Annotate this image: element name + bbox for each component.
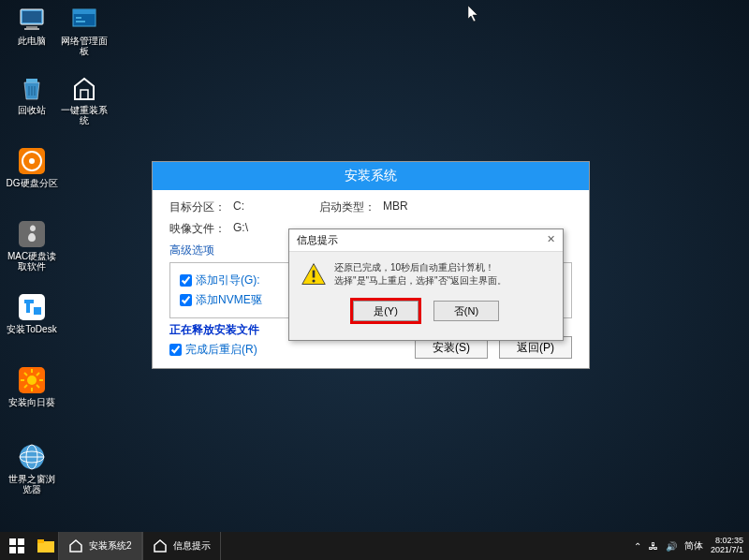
desktop-icon-label: 此电脑: [6, 36, 58, 46]
browser-icon: [17, 442, 47, 472]
desktop-icon-todesk[interactable]: 安装ToDesk: [6, 292, 58, 334]
dialog-message: 还原已完成，10秒后自动重启计算机！ 选择"是"马上重启，选择"否"返回主界面。: [334, 261, 507, 287]
svg-rect-3: [24, 28, 39, 30]
desktop-icon-network-panel[interactable]: 网络管理面板: [58, 4, 110, 56]
boot-type-value: MBR: [383, 199, 408, 215]
desktop-icon-browser[interactable]: 世界之窗浏览器: [6, 442, 58, 494]
tray-chevron-icon[interactable]: ⌃: [634, 541, 641, 552]
svg-rect-5: [73, 9, 95, 14]
dialog-titlebar[interactable]: 信息提示 ✕: [289, 229, 563, 252]
dialog-close-button[interactable]: ✕: [547, 233, 555, 247]
desktop-icon-label: 一键重装系统: [58, 105, 110, 125]
dialog-no-button[interactable]: 否(N): [433, 301, 499, 321]
taskbar-explorer-icon[interactable]: [34, 532, 58, 560]
dg-icon: [17, 146, 47, 176]
sunflower-icon: [17, 365, 47, 395]
tray-date: 2021/7/1: [711, 546, 743, 555]
mouse-cursor: [468, 6, 479, 22]
add-nvme-checkbox[interactable]: [180, 294, 192, 306]
desktop-icon-this-pc[interactable]: 此电脑: [6, 4, 58, 46]
tray-ime-label[interactable]: 简体: [684, 539, 703, 553]
panel-icon: [69, 4, 99, 34]
add-nvme-label: 添加NVME驱: [196, 292, 262, 308]
installer-titlebar[interactable]: 安装系统: [153, 162, 589, 190]
add-boot-label: 添加引导(G):: [196, 273, 260, 288]
desktop-icon-recycle-bin[interactable]: 回收站: [6, 73, 58, 115]
desktop-icon-label: 世界之窗浏览器: [6, 474, 58, 494]
warning-icon: [301, 261, 327, 287]
dialog-yes-button[interactable]: 是(Y): [353, 301, 419, 321]
desktop-icon-mac-disk[interactable]: MAC硬盘读取软件: [6, 219, 58, 272]
svg-point-31: [312, 279, 315, 282]
restart-after-checkbox[interactable]: [169, 344, 182, 356]
svg-rect-2: [26, 26, 37, 28]
reinstall-icon: [69, 73, 99, 103]
tray-network-icon[interactable]: 🖧: [649, 541, 658, 552]
desktop-icon-label: 网络管理面板: [58, 36, 110, 56]
taskbar-item-label: 安装系统2: [89, 539, 132, 553]
target-partition-value: C:: [233, 199, 244, 215]
dialog-title-text: 信息提示: [297, 233, 338, 247]
desktop-icon-label: DG硬盘分区: [6, 178, 58, 188]
taskbar-item-label: 信息提示: [173, 539, 211, 553]
boot-type-label: 启动类型：: [319, 199, 383, 215]
dialog-msg-line2: 选择"是"马上重启，选择"否"返回主界面。: [334, 274, 507, 287]
svg-point-17: [27, 376, 37, 385]
mac-icon: [17, 219, 47, 249]
start-button[interactable]: [0, 532, 34, 560]
svg-rect-6: [76, 17, 81, 19]
restart-after-label: 完成后重启(R): [185, 342, 257, 358]
svg-rect-30: [313, 271, 316, 278]
desktop-icon-label: 安装ToDesk: [6, 324, 58, 334]
desktop-icon-dg-partition[interactable]: DG硬盘分区: [6, 146, 58, 188]
taskbar: 安装系统2 信息提示 ⌃ 🖧 🔊 简体 8:02:35 2021/7/1: [0, 532, 749, 560]
desktop-icon-sunflower[interactable]: 安装向日葵: [6, 365, 58, 407]
house-icon: [153, 538, 168, 553]
desktop-icon-label: 安装向日葵: [6, 397, 58, 407]
desktop-icon-label: 回收站: [6, 105, 58, 115]
svg-rect-8: [26, 79, 37, 82]
image-file-label: 映像文件：: [169, 221, 233, 237]
tray-clock[interactable]: 8:02:35 2021/7/1: [711, 537, 743, 555]
info-dialog: 信息提示 ✕ 还原已完成，10秒后自动重启计算机！ 选择"是"马上重启，选择"否…: [288, 228, 564, 341]
dialog-msg-line1: 还原已完成，10秒后自动重启计算机！: [334, 261, 507, 274]
svg-rect-37: [37, 539, 44, 543]
system-tray: ⌃ 🖧 🔊 简体 8:02:35 2021/7/1: [634, 537, 749, 555]
taskbar-item-installer[interactable]: 安装系统2: [58, 532, 142, 560]
svg-rect-7: [76, 21, 85, 22]
desktop-icon-label: MAC硬盘读取软件: [6, 251, 58, 272]
image-file-value: G:\: [233, 221, 248, 237]
svg-rect-35: [18, 547, 24, 553]
add-boot-checkbox[interactable]: [180, 274, 192, 287]
todesk-icon: [17, 292, 47, 322]
target-partition-label: 目标分区：: [169, 199, 233, 215]
svg-rect-9: [81, 90, 88, 99]
svg-rect-32: [9, 538, 16, 545]
svg-point-12: [29, 158, 35, 164]
tray-volume-icon[interactable]: 🔊: [666, 541, 677, 552]
svg-rect-15: [34, 307, 41, 315]
recycle-icon: [17, 73, 47, 103]
svg-rect-1: [22, 11, 41, 22]
svg-rect-34: [9, 547, 16, 553]
svg-rect-33: [18, 538, 24, 545]
pc-icon: [17, 4, 47, 34]
house-icon: [68, 538, 83, 553]
desktop-icon-reinstall[interactable]: 一键重装系统: [58, 73, 110, 125]
taskbar-item-dialog[interactable]: 信息提示: [142, 532, 221, 560]
